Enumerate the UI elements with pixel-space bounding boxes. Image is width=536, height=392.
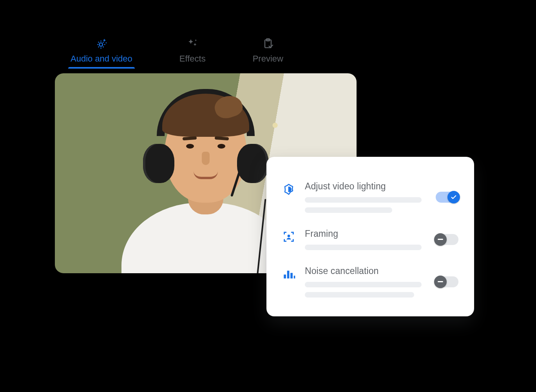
person-illustration <box>121 105 290 273</box>
setting-title: Adjust video lighting <box>305 181 426 192</box>
check-icon <box>447 191 460 203</box>
toggle-noise-cancellation[interactable] <box>436 276 458 287</box>
placeholder-line <box>305 207 392 213</box>
tab-preview[interactable]: Preview <box>253 37 283 66</box>
setting-adjust-video-lighting: Adjust video lighting <box>282 174 458 220</box>
settings-tabs: Audio and video Effects Preview <box>55 37 478 73</box>
svg-point-0 <box>99 43 103 46</box>
svg-rect-7 <box>294 276 295 278</box>
toggle-adjust-video-lighting[interactable] <box>436 192 458 203</box>
equalizer-icon <box>282 267 295 281</box>
tab-audio-and-video[interactable]: Audio and video <box>71 37 132 66</box>
svg-rect-6 <box>290 273 293 278</box>
placeholder-line <box>305 245 422 250</box>
clipboard-check-icon <box>262 37 274 50</box>
setting-title: Framing <box>305 229 426 239</box>
setting-framing: Framing <box>282 221 458 257</box>
svg-rect-5 <box>287 271 290 279</box>
placeholder-line <box>305 282 422 287</box>
minus-icon <box>434 233 447 246</box>
brightness-icon <box>282 183 295 196</box>
placeholder-line <box>305 197 422 203</box>
gear-sparkle-icon <box>95 37 108 50</box>
setting-noise-cancellation: Noise cancellation <box>282 259 458 305</box>
setting-title: Noise cancellation <box>305 266 426 276</box>
tab-label: Effects <box>179 54 206 64</box>
placeholder-line <box>305 292 414 298</box>
framing-icon <box>282 230 295 243</box>
sparkles-icon <box>186 37 199 50</box>
svg-point-3 <box>288 235 290 238</box>
tab-label: Preview <box>253 54 283 64</box>
tab-label: Audio and video <box>71 54 132 64</box>
minus-icon <box>434 276 447 288</box>
tab-effects[interactable]: Effects <box>179 37 206 66</box>
audio-video-settings-card: Adjust video lighting Framing <box>266 157 474 316</box>
svg-rect-4 <box>284 274 286 278</box>
toggle-framing[interactable] <box>436 234 458 245</box>
